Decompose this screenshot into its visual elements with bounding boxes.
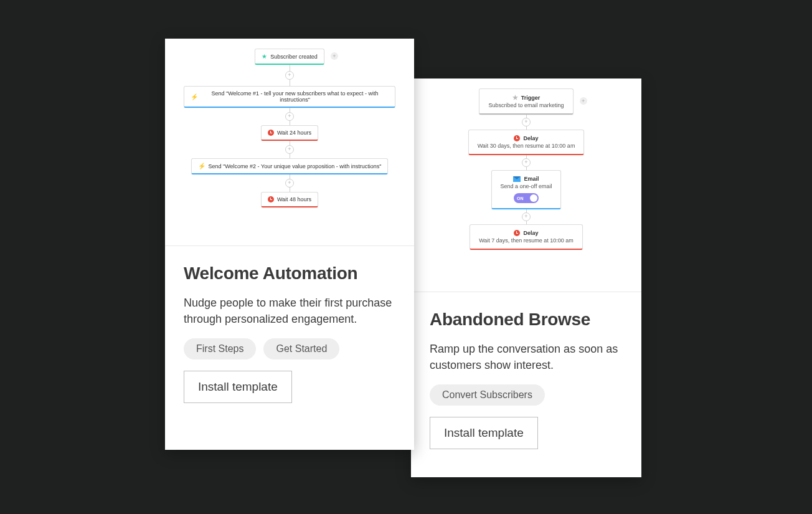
flow-diagram: ★ Trigger Subscribed to email marketing … [411, 79, 641, 292]
flow-node-label: Subscriber created [270, 54, 318, 60]
template-info: Abandoned Browse Ramp up the conversatio… [411, 292, 641, 468]
flow-node-label: Send a one-off email [501, 183, 552, 189]
template-description: Ramp up the conversation as soon as cust… [430, 341, 623, 373]
template-info: Welcome Automation Nudge people to make … [165, 246, 414, 422]
flow-node-label: Send "Welcome #1 - tell your new subscri… [201, 90, 389, 103]
flow-diagram: ★ Subscriber created + ⚡ Send "Welcome #… [165, 39, 414, 246]
flow-node-title: Trigger [521, 95, 541, 101]
template-card-abandoned: ★ Trigger Subscribed to email marketing … [411, 79, 641, 477]
install-template-button[interactable]: Install template [430, 417, 538, 449]
flow-node-delay[interactable]: Delay Wait 30 days, then resume at 10:00… [468, 130, 585, 155]
template-title: Welcome Automation [184, 264, 395, 283]
flow-node-label: Wait 30 days, then resume at 10:00 am [478, 143, 575, 149]
tag-list: First Steps Get Started [184, 338, 395, 359]
flow-connector[interactable] [526, 155, 527, 170]
flow-node-label: Send "Welcome #2 - Your unique value pro… [209, 163, 382, 169]
template-description: Nudge people to make their first purchas… [184, 295, 395, 327]
tag[interactable]: First Steps [184, 338, 256, 359]
email-toggle[interactable]: ON [514, 193, 539, 203]
toggle-label: ON [517, 196, 524, 201]
install-template-button[interactable]: Install template [184, 371, 292, 403]
clock-icon [268, 130, 274, 136]
bolt-icon: ⚡ [191, 93, 198, 100]
clock-icon [514, 230, 520, 236]
flow-node-delay[interactable]: Wait 48 hours [261, 192, 318, 207]
flow-node-delay[interactable]: Wait 24 hours [261, 125, 318, 141]
flow-node-label: Wait 7 days, then resume at 10:00 am [479, 237, 574, 244]
flow-node-title: Delay [523, 135, 538, 141]
flow-node-label: Subscribed to email marketing [488, 102, 564, 108]
tag[interactable]: Convert Subscribers [430, 384, 545, 406]
flow-node-action[interactable]: ⚡ Send "Welcome #1 - tell your new subsc… [184, 86, 395, 108]
flow-node-label: Wait 48 hours [277, 196, 311, 202]
tag-list: Convert Subscribers [430, 384, 623, 406]
add-branch-icon[interactable]: + [331, 52, 338, 60]
tag[interactable]: Get Started [263, 338, 339, 359]
flow-node-title: Delay [523, 230, 538, 236]
flow-connector[interactable] [526, 209, 527, 224]
star-icon: ★ [512, 94, 518, 101]
flow-connector[interactable] [290, 174, 290, 192]
template-title: Abandoned Browse [430, 310, 623, 330]
flow-node-email[interactable]: Email Send a one-off email ON [491, 170, 562, 209]
flow-connector[interactable] [526, 115, 527, 130]
flow-node-title: Email [524, 176, 539, 182]
star-icon: ★ [262, 53, 267, 60]
flow-node-trigger[interactable]: ★ Trigger Subscribed to email marketing [479, 88, 573, 115]
flow-connector[interactable] [290, 65, 290, 86]
flow-connector[interactable] [290, 108, 290, 125]
add-branch-icon[interactable]: + [580, 97, 587, 105]
flow-node-label: Wait 24 hours [277, 130, 311, 136]
flow-connector[interactable] [290, 141, 290, 158]
flow-node-action[interactable]: ⚡ Send "Welcome #2 - Your unique value p… [191, 158, 389, 174]
bolt-icon: ⚡ [198, 163, 205, 169]
flow-node-delay[interactable]: Delay Wait 7 days, then resume at 10:00 … [470, 224, 583, 250]
clock-icon [514, 135, 520, 141]
template-card-welcome: ★ Subscriber created + ⚡ Send "Welcome #… [165, 39, 414, 450]
mail-icon [513, 176, 521, 182]
clock-icon [268, 196, 274, 202]
flow-node-trigger[interactable]: ★ Subscriber created [255, 49, 324, 65]
